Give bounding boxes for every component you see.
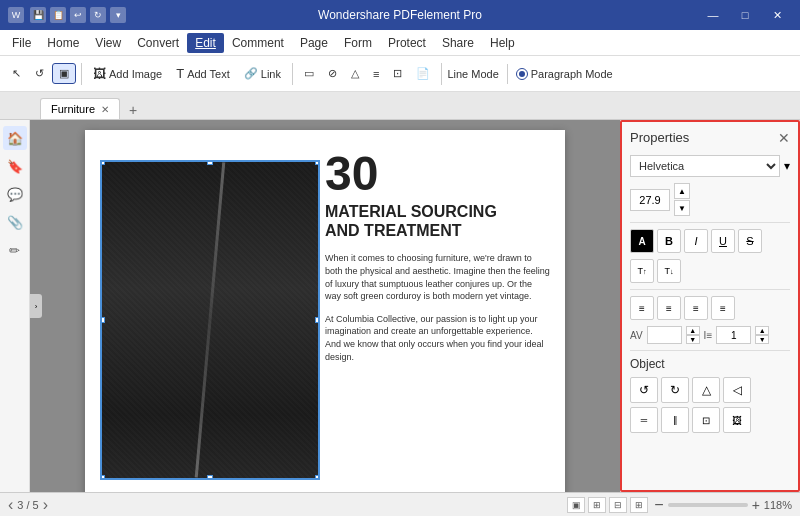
font-family-select[interactable]: Helvetica bbox=[630, 155, 780, 177]
add-tab-btn[interactable]: + bbox=[124, 101, 142, 119]
title-bar: W 💾 📋 ↩ ↻ ▾ Wondershare PDFelement Pro —… bbox=[0, 0, 800, 30]
sidebar-signature-icon[interactable]: ✏ bbox=[3, 238, 27, 262]
superscript-btn[interactable]: T↑ bbox=[630, 259, 654, 283]
line-spacing-up[interactable]: ▲ bbox=[755, 326, 769, 335]
sidebar-attachment-icon[interactable]: 📎 bbox=[3, 210, 27, 234]
rotate-ccw-btn[interactable]: ↺ bbox=[630, 377, 658, 403]
view-scroll-btn[interactable]: ⊟ bbox=[609, 497, 627, 513]
link-icon: 🔗 bbox=[244, 67, 258, 80]
save2-icon[interactable]: 📋 bbox=[50, 7, 66, 23]
menu-help[interactable]: Help bbox=[482, 33, 523, 53]
sidebar-bookmark-icon[interactable]: 🔖 bbox=[3, 154, 27, 178]
handle-bottom-mid[interactable] bbox=[207, 475, 213, 480]
select-tool-btn[interactable]: ↖ bbox=[6, 64, 27, 83]
minimize-btn[interactable]: — bbox=[698, 5, 728, 25]
menu-view[interactable]: View bbox=[87, 33, 129, 53]
menu-page[interactable]: Page bbox=[292, 33, 336, 53]
view-single-btn[interactable]: ▣ bbox=[567, 497, 585, 513]
font-family-row: Helvetica ▾ bbox=[630, 155, 790, 177]
tab-close-btn[interactable]: ✕ bbox=[101, 104, 109, 115]
rotate-cw-btn[interactable]: ↻ bbox=[661, 377, 689, 403]
handle-bottom-left[interactable] bbox=[100, 475, 105, 480]
align-h-btn[interactable]: ═ bbox=[630, 407, 658, 433]
strikethrough-btn[interactable]: S bbox=[738, 229, 762, 253]
menu-home[interactable]: Home bbox=[39, 33, 87, 53]
font-size-up-btn[interactable]: ▲ bbox=[674, 183, 690, 199]
font-size-input[interactable] bbox=[630, 189, 670, 211]
menu-convert[interactable]: Convert bbox=[129, 33, 187, 53]
document-area[interactable]: 30 MATERIAL SOURCING AND TREATMENT When … bbox=[30, 120, 620, 492]
sidebar-home-icon[interactable]: 🏠 bbox=[3, 126, 27, 150]
nav-next-btn[interactable]: › bbox=[43, 496, 48, 514]
align-v-btn[interactable]: ‖ bbox=[661, 407, 689, 433]
flip-h-btn[interactable]: ▷ bbox=[723, 377, 751, 403]
document-tab[interactable]: Furniture ✕ bbox=[40, 98, 120, 119]
circle-tool-btn[interactable]: ⊘ bbox=[322, 64, 343, 83]
subscript-btn[interactable]: T↓ bbox=[657, 259, 681, 283]
menu-form[interactable]: Form bbox=[336, 33, 380, 53]
menu-edit[interactable]: Edit bbox=[187, 33, 224, 53]
char-spacing-up[interactable]: ▲ bbox=[686, 326, 700, 335]
add-text-btn[interactable]: T Add Text bbox=[170, 63, 236, 84]
handle-mid-right[interactable] bbox=[315, 317, 320, 323]
document-image[interactable] bbox=[100, 160, 320, 480]
title-bar-left: W 💾 📋 ↩ ↻ ▾ bbox=[8, 7, 126, 23]
line-spacing-input[interactable] bbox=[716, 326, 751, 344]
triangle-tool-btn[interactable]: △ bbox=[345, 64, 365, 83]
extra2-tool-btn[interactable]: 📄 bbox=[410, 64, 436, 83]
save-icon[interactable]: 💾 bbox=[30, 7, 46, 23]
handle-top-left[interactable] bbox=[100, 160, 105, 165]
maximize-btn[interactable]: □ bbox=[730, 5, 760, 25]
menu-share[interactable]: Share bbox=[434, 33, 482, 53]
crop-btn[interactable]: ⊡ bbox=[692, 407, 720, 433]
italic-btn[interactable]: I bbox=[684, 229, 708, 253]
close-btn[interactable]: ✕ bbox=[762, 5, 792, 25]
mode-divider bbox=[507, 64, 508, 84]
menu-comment[interactable]: Comment bbox=[224, 33, 292, 53]
hand-tool-btn[interactable]: ↺ bbox=[29, 64, 50, 83]
bold-btn[interactable]: B bbox=[657, 229, 681, 253]
handle-top-right[interactable] bbox=[315, 160, 320, 165]
separator2 bbox=[292, 63, 293, 85]
align-justify-btn[interactable]: ≡ bbox=[711, 296, 735, 320]
replace-image-btn[interactable]: 🖼 bbox=[723, 407, 751, 433]
view-two-btn[interactable]: ⊞ bbox=[588, 497, 606, 513]
page-info: 3 / 5 bbox=[17, 499, 38, 511]
add-image-btn[interactable]: 🖼 Add Image bbox=[87, 63, 168, 84]
align-center-btn[interactable]: ≡ bbox=[657, 296, 681, 320]
rect-tool-btn[interactable]: ▭ bbox=[298, 64, 320, 83]
line-tool-btn[interactable]: ≡ bbox=[367, 65, 385, 83]
redo-icon[interactable]: ↻ bbox=[90, 7, 106, 23]
zoom-minus-btn[interactable]: − bbox=[654, 496, 663, 514]
font-size-down-btn[interactable]: ▼ bbox=[674, 200, 690, 216]
flip-v-btn[interactable]: △ bbox=[692, 377, 720, 403]
dropdown-icon[interactable]: ▾ bbox=[110, 7, 126, 23]
nav-prev-btn[interactable]: ‹ bbox=[8, 496, 13, 514]
extra-tool-btn[interactable]: ⊡ bbox=[387, 64, 408, 83]
undo-icon[interactable]: ↩ bbox=[70, 7, 86, 23]
handle-bottom-right[interactable] bbox=[315, 475, 320, 480]
link-btn[interactable]: 🔗 Link bbox=[238, 64, 287, 83]
align-left-btn[interactable]: ≡ bbox=[630, 296, 654, 320]
sidebar-comment-icon[interactable]: 💬 bbox=[3, 182, 27, 206]
status-left: ‹ 3 / 5 › bbox=[8, 496, 48, 514]
zoom-plus-btn[interactable]: + bbox=[752, 497, 760, 513]
line-spacing-down[interactable]: ▼ bbox=[755, 335, 769, 344]
font-color-btn[interactable]: A bbox=[630, 229, 654, 253]
app-icon: W bbox=[8, 7, 24, 23]
edit-tool-btn[interactable]: ▣ bbox=[52, 63, 76, 84]
zoom-slider[interactable] bbox=[668, 503, 748, 507]
underline-btn[interactable]: U bbox=[711, 229, 735, 253]
handle-top-mid[interactable] bbox=[207, 160, 213, 165]
paragraph-mode-radio[interactable]: Paragraph Mode bbox=[516, 68, 613, 80]
align-right-btn[interactable]: ≡ bbox=[684, 296, 708, 320]
menu-file[interactable]: File bbox=[4, 33, 39, 53]
panel-close-btn[interactable]: ✕ bbox=[778, 131, 790, 145]
view-grid-btn[interactable]: ⊞ bbox=[630, 497, 648, 513]
chapter-title: MATERIAL SOURCING AND TREATMENT bbox=[325, 202, 550, 240]
char-spacing-input[interactable] bbox=[647, 326, 682, 344]
handle-mid-left[interactable] bbox=[100, 317, 105, 323]
char-spacing-down[interactable]: ▼ bbox=[686, 335, 700, 344]
menu-protect[interactable]: Protect bbox=[380, 33, 434, 53]
sidebar-collapse-btn[interactable]: › bbox=[30, 294, 42, 318]
